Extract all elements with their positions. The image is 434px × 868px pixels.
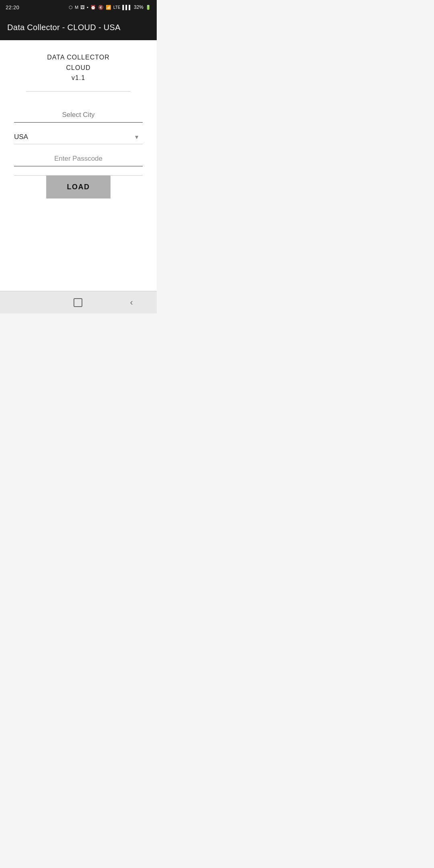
home-button[interactable] <box>64 294 92 311</box>
app-title-line1: DATA COLLECTOR <box>47 52 109 63</box>
app-title-line3: v1.1 <box>47 73 109 83</box>
status-bar: 22:20 ⬡ M 🖼 • ⏰ 🔇 📶 LTE ▌▌▌ 32% 🔋 <box>0 0 157 14</box>
main-content: DATA COLLECTOR CLOUD v1.1 USA Canada UK … <box>0 40 157 291</box>
bottom-nav: ‹ <box>0 291 157 313</box>
country-dropdown-wrapper: USA Canada UK Australia ▼ <box>14 130 143 144</box>
dropbox-icon: ⬡ <box>69 5 73 10</box>
country-dropdown[interactable]: USA Canada UK Australia <box>14 130 143 144</box>
title-divider <box>26 91 131 92</box>
battery-percent: 32% <box>134 4 143 10</box>
app-title-line2: CLOUD <box>47 63 109 73</box>
alarm-icon: ⏰ <box>90 5 96 10</box>
gmail-icon: M <box>75 5 78 10</box>
battery-icon: 🔋 <box>145 5 151 10</box>
dot-icon: • <box>87 5 88 10</box>
home-icon <box>74 298 82 307</box>
form-area: USA Canada UK Australia ▼ LOAD <box>14 108 143 199</box>
load-button-wrapper: LOAD <box>14 176 143 199</box>
app-title-section: DATA COLLECTOR CLOUD v1.1 <box>47 52 109 83</box>
mute-icon: 🔇 <box>98 5 104 10</box>
back-button[interactable]: ‹ <box>121 294 143 311</box>
lte-icon: LTE <box>113 5 121 10</box>
app-bar-title: Data Collector - CLOUD - USA <box>7 23 121 32</box>
load-button[interactable]: LOAD <box>46 176 111 199</box>
back-icon: ‹ <box>130 298 133 307</box>
passcode-input[interactable] <box>14 151 143 166</box>
signal-icon: ▌▌▌ <box>123 5 132 10</box>
wifi-icon: 📶 <box>106 5 111 10</box>
gallery-icon: 🖼 <box>80 5 85 10</box>
select-city-input[interactable] <box>14 108 143 123</box>
app-bar: Data Collector - CLOUD - USA <box>0 14 157 40</box>
status-icons: ⬡ M 🖼 • ⏰ 🔇 📶 LTE ▌▌▌ 32% 🔋 <box>69 4 151 10</box>
recent-apps-button[interactable] <box>14 299 36 307</box>
status-time: 22:20 <box>6 4 19 10</box>
